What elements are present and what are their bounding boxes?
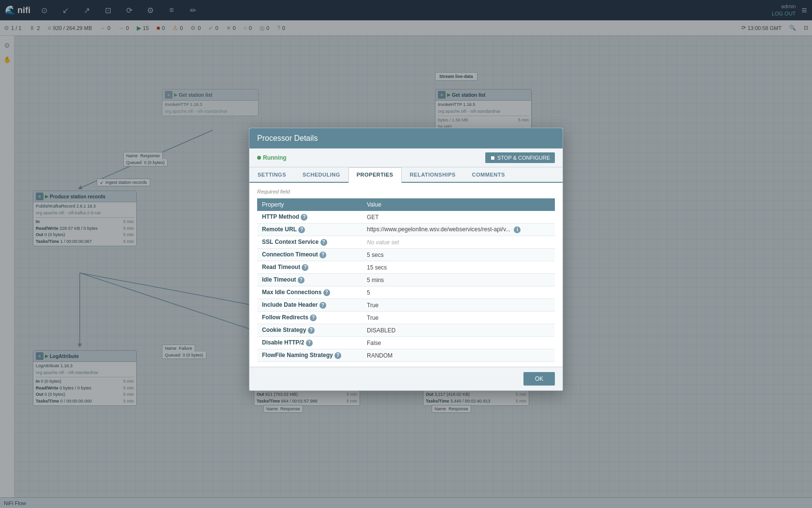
help-icon[interactable]: ?: [334, 352, 341, 359]
tab-settings[interactable]: SETTINGS: [249, 167, 294, 182]
table-row[interactable]: Max Idle Connections ?5: [257, 286, 555, 299]
modal-header: Processor Details: [249, 128, 563, 149]
value-cell[interactable]: https://www.pegelonline.wsv.de/webservic…: [362, 223, 555, 236]
help-icon[interactable]: ?: [310, 314, 317, 321]
table-row[interactable]: Idle Timeout ?5 mins: [257, 273, 555, 286]
prop-name-text: Read Timeout: [262, 264, 300, 270]
modal-title: Processor Details: [257, 134, 318, 142]
help-icon[interactable]: ?: [320, 239, 327, 246]
table-row[interactable]: Follow Redirects ?True: [257, 311, 555, 324]
prop-name-text: Remote URL: [262, 226, 297, 233]
value-cell[interactable]: True: [362, 311, 555, 324]
prop-value-text: No value set: [367, 239, 399, 245]
value-cell[interactable]: GET: [362, 211, 555, 224]
help-icon[interactable]: ?: [319, 302, 326, 309]
help-icon[interactable]: ?: [319, 252, 326, 258]
value-cell[interactable]: RANDOM: [362, 349, 555, 361]
tab-scheduling-label: SCHEDULING: [303, 172, 340, 178]
property-cell: Follow Redirects ?: [257, 311, 362, 324]
stop-configure-label: STOP & CONFIGURE: [497, 155, 550, 161]
property-cell: Idle Timeout ?: [257, 273, 362, 286]
modal-subheader: Running ⏹ STOP & CONFIGURE: [249, 149, 563, 167]
prop-value-text: True: [367, 314, 378, 321]
property-cell: Max Idle Connections ?: [257, 286, 362, 299]
property-cell: Connection Timeout ?: [257, 248, 362, 261]
required-field-text: Required field: [257, 189, 290, 194]
prop-value-text: 5 secs: [367, 251, 384, 258]
table-row[interactable]: Disable HTTP/2 ?False: [257, 336, 555, 349]
ok-button[interactable]: OK: [523, 372, 555, 386]
prop-name-text: HTTP Method: [262, 213, 299, 220]
prop-value-text: 5: [367, 289, 370, 296]
help-icon[interactable]: ?: [302, 264, 308, 271]
tab-settings-label: SETTINGS: [258, 172, 286, 178]
value-cell[interactable]: 5 mins: [362, 273, 555, 286]
tab-relationships[interactable]: RELATIONSHIPS: [402, 167, 464, 182]
prop-value-text: 15 secs: [367, 264, 387, 270]
stop-configure-button[interactable]: ⏹ STOP & CONFIGURE: [485, 152, 555, 163]
prop-name-text: Idle Timeout: [262, 276, 296, 283]
property-cell: Remote URL ?: [257, 223, 362, 236]
tab-comments-label: COMMENTS: [472, 172, 505, 178]
info-icon[interactable]: i: [514, 226, 521, 233]
prop-value-text: 5 mins: [367, 276, 384, 283]
tab-comments[interactable]: COMMENTS: [464, 167, 513, 182]
running-badge: Running: [257, 154, 287, 161]
col-value: Value: [362, 198, 555, 211]
tab-properties-label: PROPERTIES: [357, 172, 393, 178]
property-cell: Read Timeout ?: [257, 261, 362, 273]
prop-value-text: GET: [367, 213, 379, 220]
modal-tabs: SETTINGS SCHEDULING PROPERTIES RELATIONS…: [249, 167, 563, 183]
processor-details-modal: Processor Details Running ⏹ STOP & CONFI…: [249, 128, 563, 391]
prop-value-text: True: [367, 301, 378, 308]
help-icon[interactable]: ?: [298, 277, 304, 284]
help-icon[interactable]: ?: [298, 226, 305, 233]
stop-icon: ⏹: [490, 155, 495, 161]
properties-table: Property Value HTTP Method ?GETRemote UR…: [257, 198, 555, 362]
prop-name-text: SSL Context Service: [262, 239, 319, 245]
value-cell[interactable]: DISABLED: [362, 324, 555, 336]
help-icon[interactable]: ?: [308, 327, 315, 334]
prop-value-text: DISABLED: [367, 327, 395, 333]
table-row[interactable]: HTTP Method ?GET: [257, 211, 555, 224]
prop-name-text: Max Idle Connections: [262, 289, 321, 296]
table-row[interactable]: Remote URL ?https://www.pegelonline.wsv.…: [257, 223, 555, 236]
help-icon[interactable]: ?: [323, 289, 330, 296]
table-row[interactable]: SSL Context Service ?No value set: [257, 236, 555, 248]
table-row[interactable]: FlowFile Naming Strategy ?RANDOM: [257, 349, 555, 361]
prop-value-text: RANDOM: [367, 352, 392, 359]
value-cell[interactable]: 15 secs: [362, 261, 555, 273]
prop-name-text: FlowFile Naming Strategy: [262, 352, 333, 359]
help-icon[interactable]: ?: [301, 214, 307, 221]
table-row[interactable]: Connection Timeout ?5 secs: [257, 248, 555, 261]
modal-footer: OK: [249, 367, 563, 390]
tab-properties[interactable]: PROPERTIES: [348, 167, 402, 183]
value-cell[interactable]: No value set: [362, 236, 555, 248]
help-icon[interactable]: ?: [306, 340, 313, 346]
prop-name-text: Include Date Header: [262, 301, 318, 308]
prop-value-text: False: [367, 339, 381, 346]
property-cell: HTTP Method ?: [257, 211, 362, 224]
property-cell: SSL Context Service ?: [257, 236, 362, 248]
table-row[interactable]: Read Timeout ?15 secs: [257, 261, 555, 273]
modal-body: Required field Property Value HTTP Metho…: [249, 183, 563, 367]
prop-name-text: Cookie Strategy: [262, 327, 306, 333]
col-property: Property: [257, 198, 362, 211]
value-cell[interactable]: True: [362, 299, 555, 311]
prop-value-text: https://www.pegelonline.wsv.de/webservic…: [367, 226, 510, 233]
tab-scheduling[interactable]: SCHEDULING: [294, 167, 348, 182]
running-dot: [257, 156, 261, 160]
value-cell[interactable]: 5: [362, 286, 555, 299]
value-cell[interactable]: 5 secs: [362, 248, 555, 261]
prop-name-text: Follow Redirects: [262, 314, 308, 321]
prop-name-text: Disable HTTP/2: [262, 339, 304, 346]
table-header-row: Property Value: [257, 198, 555, 211]
prop-name-text: Connection Timeout: [262, 251, 318, 258]
property-cell: Include Date Header ?: [257, 299, 362, 311]
tab-relationships-label: RELATIONSHIPS: [410, 172, 456, 178]
table-row[interactable]: Include Date Header ?True: [257, 299, 555, 311]
table-row[interactable]: Cookie Strategy ?DISABLED: [257, 324, 555, 336]
running-status: Running: [263, 154, 287, 161]
value-cell[interactable]: False: [362, 336, 555, 349]
required-field-label: Required field: [257, 189, 555, 194]
